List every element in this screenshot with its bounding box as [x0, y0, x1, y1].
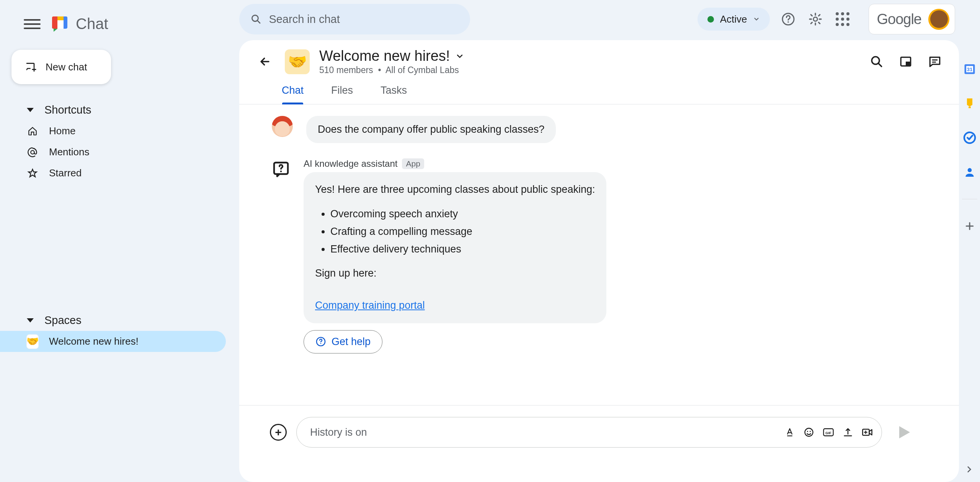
bot-icon	[272, 160, 290, 179]
search-icon	[870, 55, 883, 68]
nav-home-label: Home	[49, 125, 75, 137]
rail-add-app[interactable]	[962, 218, 977, 234]
apps-grid-icon	[836, 12, 849, 26]
space-subtitle: 510 members • All of Cymbal Labs	[319, 65, 464, 75]
bot-message: Yes! Here are three upcoming classes abo…	[304, 172, 606, 323]
rail-tasks[interactable]	[962, 130, 977, 145]
upload-icon[interactable]	[843, 427, 853, 438]
svg-text:GIF: GIF	[825, 431, 831, 435]
get-help-label: Get help	[332, 336, 371, 348]
at-icon	[27, 147, 38, 158]
status-label: Active	[720, 13, 747, 25]
rail-collapse-button[interactable]	[964, 464, 974, 474]
rail-contacts[interactable]	[962, 164, 977, 180]
spaces-label: Spaces	[44, 314, 82, 327]
chevron-down-icon	[753, 16, 760, 23]
app-name: Chat	[76, 15, 108, 33]
keep-icon	[963, 97, 976, 110]
shortcuts-header[interactable]: Shortcuts	[0, 99, 239, 120]
back-arrow-icon	[258, 55, 271, 68]
svg-rect-2	[57, 20, 64, 29]
tab-files[interactable]: Files	[329, 79, 355, 104]
new-chat-button[interactable]: New chat	[11, 50, 111, 84]
user-message: Does the company offer public speaking c…	[306, 116, 556, 143]
new-chat-icon	[25, 61, 37, 73]
chevron-right-icon	[964, 464, 974, 474]
space-item-label: Welcome new hires!	[49, 335, 139, 347]
apps-button[interactable]	[834, 10, 851, 28]
rail-keep[interactable]	[962, 96, 977, 111]
tasks-icon	[963, 131, 976, 144]
svg-text:31: 31	[967, 67, 973, 72]
plus-icon	[964, 220, 975, 232]
back-button[interactable]	[255, 51, 275, 72]
user-avatar	[928, 9, 949, 30]
add-attachment-button[interactable]: +	[270, 424, 287, 441]
search-input[interactable]	[269, 13, 459, 26]
help-icon	[781, 12, 795, 26]
svg-point-15	[280, 171, 282, 172]
video-icon[interactable]	[862, 427, 873, 438]
active-dot-icon	[707, 16, 714, 23]
nav-mentions-label: Mentions	[49, 146, 90, 158]
nav-starred-label: Starred	[49, 167, 82, 179]
plus-icon: +	[275, 426, 282, 439]
help-button[interactable]	[779, 10, 797, 28]
search-box[interactable]	[239, 4, 470, 34]
composer-input[interactable]	[310, 427, 784, 438]
gear-icon	[808, 12, 822, 26]
svg-point-29	[967, 168, 972, 172]
nav-mentions[interactable]: Mentions	[0, 142, 226, 163]
space-item-welcome[interactable]: 🤝 Welcome new hires!	[0, 331, 226, 352]
nav-home[interactable]: Home	[0, 120, 226, 142]
spaces-header[interactable]: Spaces	[0, 310, 239, 331]
nav-starred[interactable]: Starred	[0, 163, 226, 184]
svg-point-20	[810, 431, 811, 432]
user-avatar-icon	[272, 116, 293, 137]
toggle-thread-button[interactable]	[926, 53, 944, 70]
gif-icon[interactable]: GIF	[823, 427, 834, 438]
status-chip[interactable]: Active	[697, 8, 770, 31]
space-icon: 🤝	[285, 49, 310, 74]
space-title: Welcome new hires!	[319, 48, 450, 64]
chat-lines-icon	[928, 55, 941, 68]
emoji-icon[interactable]	[804, 427, 814, 438]
google-label: Google	[877, 11, 921, 28]
search-in-space-button[interactable]	[868, 53, 885, 70]
send-button[interactable]	[899, 426, 910, 438]
chat-logo[interactable]: Chat	[51, 15, 108, 33]
svg-point-6	[788, 21, 789, 23]
handshake-icon: 🤝	[26, 334, 39, 349]
bot-name: AI knowledge assistant	[304, 158, 397, 169]
star-icon	[27, 168, 38, 179]
panel-icon	[899, 55, 912, 68]
shortcuts-label: Shortcuts	[44, 104, 91, 116]
svg-point-18	[805, 428, 813, 436]
app-tag: App	[402, 158, 424, 169]
chat-logo-icon	[51, 15, 69, 33]
help-icon	[315, 336, 326, 347]
home-icon	[28, 126, 38, 136]
main-menu-button[interactable]	[24, 16, 41, 33]
svg-rect-27	[969, 107, 971, 108]
composer[interactable]: GIF	[296, 417, 882, 448]
search-icon	[251, 13, 261, 25]
caret-down-icon	[27, 318, 34, 322]
person-icon	[964, 166, 976, 178]
svg-line-4	[257, 20, 260, 23]
svg-rect-11	[906, 62, 910, 65]
svg-point-17	[320, 343, 322, 344]
google-account-button[interactable]: Google	[869, 4, 955, 34]
svg-line-9	[878, 63, 882, 67]
rail-calendar[interactable]: 31	[962, 61, 977, 77]
tab-tasks[interactable]: Tasks	[378, 79, 409, 104]
format-text-icon[interactable]	[784, 427, 795, 438]
new-chat-label: New chat	[46, 61, 87, 73]
toggle-panel-button[interactable]	[897, 53, 915, 70]
tab-chat[interactable]: Chat	[279, 79, 306, 104]
settings-button[interactable]	[807, 10, 824, 28]
get-help-button[interactable]: Get help	[304, 330, 382, 353]
training-portal-link[interactable]: Company training portal	[315, 300, 425, 311]
chevron-down-icon[interactable]	[455, 52, 464, 61]
svg-point-19	[807, 431, 808, 432]
